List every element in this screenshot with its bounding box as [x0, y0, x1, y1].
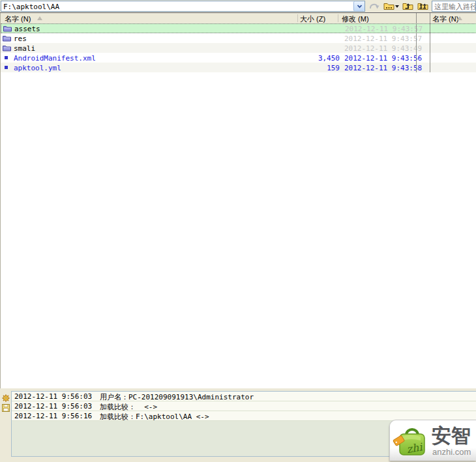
right-header-name[interactable]: 名字 (N) [432, 14, 458, 24]
table-row-apktool-yml[interactable]: apktool.yml 159 2012-12-11 9:43:58 [1, 63, 476, 72]
folder-icon [3, 25, 12, 34]
sort-asc-icon [37, 16, 42, 20]
pane-divider [416, 13, 417, 72]
browse-dropdown-icon[interactable] [395, 5, 399, 8]
sort-asc-icon [457, 16, 462, 20]
address-combobox[interactable]: F:\apktool\AA [1, 1, 365, 12]
log-line: 2012-12-11 9:56:03 用户名：PC-201209091913\A… [12, 392, 476, 401]
folder-icon [3, 35, 11, 44]
left-header-name[interactable]: 名字 (N) [5, 14, 31, 24]
path-input[interactable] [432, 1, 476, 12]
pane-divider [430, 13, 430, 72]
parent-folder-icon[interactable] [402, 1, 413, 11]
column-header-row: 名字 (N) 大小 (Z) 修改 (M) 名字 (N) [1, 13, 476, 23]
header-separator [338, 14, 338, 22]
file-icon [5, 66, 8, 69]
header-separator [297, 14, 298, 22]
address-value[interactable]: F:\apktool\AA [3, 3, 59, 11]
save-icon[interactable] [2, 403, 10, 414]
file-compare-window: F:\apktool\AA [0, 0, 476, 462]
anzhi-domain-text: anzhi.com [432, 447, 471, 457]
table-row-smali[interactable]: smali 2012-12-11 9:43:49 [1, 43, 476, 53]
shopping-bag-icon: zhi [393, 424, 430, 461]
anzhi-brand-text: 安智 [432, 423, 471, 450]
log-line: 2012-12-11 9:56:03 加载比较： <-> [12, 401, 476, 411]
browse-folder-icon[interactable] [383, 1, 394, 11]
file-list-panes: 名字 (N) 大小 (Z) 修改 (M) 名字 (N) assets 2012-… [0, 13, 476, 388]
toolbar: F:\apktool\AA [0, 0, 476, 13]
table-row-res[interactable]: res 2012-12-11 9:43:57 [1, 33, 476, 43]
root-folder-icon[interactable] [417, 1, 428, 11]
table-row-androidmanifest[interactable]: AndroidManifest.xml 3,450 2012-12-11 9:4… [1, 53, 476, 63]
left-header-size[interactable]: 大小 (Z) [300, 14, 325, 24]
anzhi-watermark: zhi 安智 anzhi.com [389, 420, 476, 461]
table-row-assets[interactable]: assets 2012-12-11 9:43:57 [1, 23, 476, 33]
chevron-down-icon[interactable] [353, 1, 364, 11]
file-icon [5, 56, 8, 59]
folder-icon [3, 44, 11, 53]
left-header-modified[interactable]: 修改 (M) [342, 14, 369, 24]
curved-arrow-icon[interactable] [368, 1, 379, 11]
